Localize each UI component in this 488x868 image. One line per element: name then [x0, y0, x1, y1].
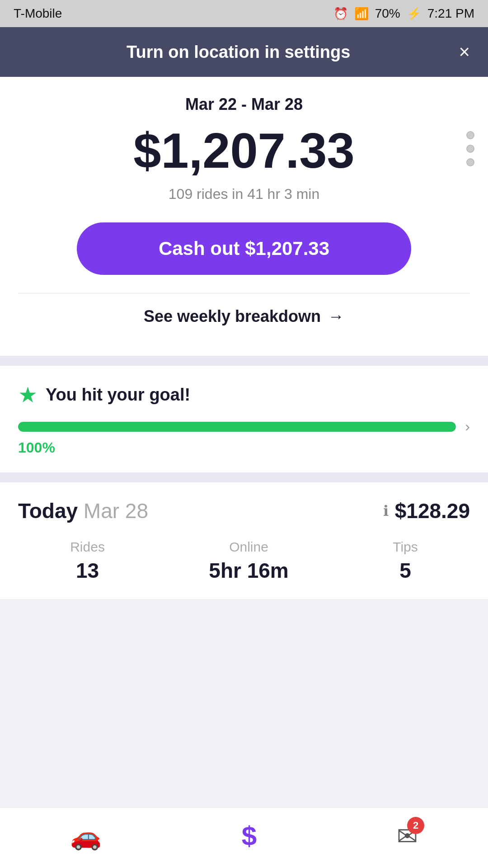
today-amount-row: ℹ $128.29: [383, 499, 470, 523]
progress-chevron-icon[interactable]: ›: [465, 418, 470, 435]
stat-online: Online 5hr 16m: [209, 539, 288, 583]
today-header: Today Mar 28 ℹ $128.29: [18, 499, 470, 523]
bottom-spacer: [0, 599, 488, 671]
earnings-amount: $1,207.33: [18, 123, 470, 178]
messages-badge: 2: [407, 817, 424, 834]
cashout-button[interactable]: Cash out $1,207.33: [77, 222, 411, 275]
star-icon: ★: [18, 382, 38, 407]
today-amount: $128.29: [395, 499, 470, 523]
nav-messages[interactable]: ✉ 2: [397, 821, 418, 851]
tips-label: Tips: [393, 539, 418, 555]
signal-icon: 📶: [354, 7, 369, 21]
pagination-dots: [466, 131, 474, 166]
stats-row: Rides 13 Online 5hr 16m Tips 5: [18, 539, 470, 583]
goal-section: ★ You hit your goal! › 100%: [0, 366, 488, 472]
online-value: 5hr 16m: [209, 558, 288, 583]
today-date: Mar 28: [84, 499, 148, 523]
tips-value: 5: [393, 558, 418, 583]
nav-earnings[interactable]: $: [242, 821, 257, 852]
progress-bar-container: [18, 422, 456, 432]
notification-banner: Turn on location in settings ×: [0, 27, 488, 77]
online-label: Online: [209, 539, 288, 555]
progress-bar-fill: [18, 422, 456, 432]
rides-label: Rides: [70, 539, 105, 555]
section-separator-1: [0, 356, 488, 366]
info-icon: ℹ: [383, 502, 389, 519]
section-separator-2: [0, 472, 488, 482]
stat-tips: Tips 5: [393, 539, 418, 583]
goal-progress-row: ›: [18, 418, 470, 435]
arrow-right-icon: →: [328, 307, 344, 326]
car-icon: 🚗: [70, 821, 102, 851]
dot-3: [466, 158, 474, 166]
bottom-nav: 🚗 $ ✉ 2: [0, 807, 488, 868]
time-label: 7:21 PM: [427, 6, 474, 21]
battery-label: 70%: [375, 6, 400, 21]
rides-value: 13: [70, 558, 105, 583]
today-label: Today: [18, 499, 84, 523]
notification-text: Turn on location in settings: [18, 42, 459, 62]
date-range: Mar 22 - Mar 28: [18, 95, 470, 114]
today-title-group: Today Mar 28: [18, 499, 148, 523]
goal-message: You hit your goal!: [46, 385, 190, 405]
nav-home[interactable]: 🚗: [70, 821, 102, 851]
goal-header: ★ You hit your goal!: [18, 382, 470, 407]
status-right: ⏰ 📶 70% ⚡ 7:21 PM: [333, 6, 474, 21]
stat-rides: Rides 13: [70, 539, 105, 583]
alarm-icon: ⏰: [333, 7, 348, 21]
charging-icon: ⚡: [407, 7, 421, 21]
rides-summary: 109 rides in 41 hr 3 min: [18, 186, 470, 203]
carrier-label: T-Mobile: [14, 6, 62, 21]
today-section: Today Mar 28 ℹ $128.29 Rides 13 Online 5…: [0, 482, 488, 599]
weekly-breakdown-link[interactable]: See weekly breakdown →: [18, 307, 470, 342]
weekly-breakdown-label: See weekly breakdown: [144, 307, 321, 326]
earnings-section: Mar 22 - Mar 28 $1,207.33 109 rides in 4…: [0, 77, 488, 356]
divider: [18, 293, 470, 293]
notification-close-button[interactable]: ×: [459, 42, 470, 61]
status-bar: T-Mobile ⏰ 📶 70% ⚡ 7:21 PM: [0, 0, 488, 27]
dot-2: [466, 145, 474, 153]
dollar-sign-icon: $: [242, 821, 257, 852]
dot-1: [466, 131, 474, 139]
progress-percent: 100%: [18, 439, 470, 456]
